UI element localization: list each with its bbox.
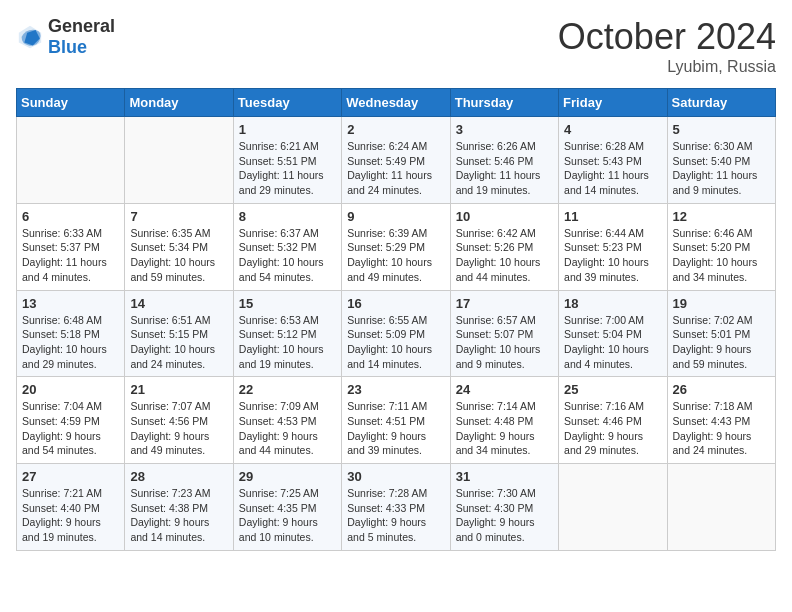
calendar-table: SundayMondayTuesdayWednesdayThursdayFrid… [16,88,776,551]
calendar-cell: 4Sunrise: 6:28 AM Sunset: 5:43 PM Daylig… [559,117,667,204]
day-info: Sunrise: 7:04 AM Sunset: 4:59 PM Dayligh… [22,400,102,456]
day-number: 7 [130,209,227,224]
day-number: 31 [456,469,553,484]
day-number: 13 [22,296,119,311]
day-info: Sunrise: 6:37 AM Sunset: 5:32 PM Dayligh… [239,227,324,283]
day-info: Sunrise: 7:00 AM Sunset: 5:04 PM Dayligh… [564,314,649,370]
day-number: 19 [673,296,770,311]
day-info: Sunrise: 7:21 AM Sunset: 4:40 PM Dayligh… [22,487,102,543]
day-info: Sunrise: 6:57 AM Sunset: 5:07 PM Dayligh… [456,314,541,370]
day-number: 1 [239,122,336,137]
day-number: 5 [673,122,770,137]
calendar-cell: 2Sunrise: 6:24 AM Sunset: 5:49 PM Daylig… [342,117,450,204]
weekday-header: Tuesday [233,89,341,117]
calendar-cell: 9Sunrise: 6:39 AM Sunset: 5:29 PM Daylig… [342,203,450,290]
day-info: Sunrise: 7:02 AM Sunset: 5:01 PM Dayligh… [673,314,753,370]
day-info: Sunrise: 6:44 AM Sunset: 5:23 PM Dayligh… [564,227,649,283]
calendar-cell: 29Sunrise: 7:25 AM Sunset: 4:35 PM Dayli… [233,464,341,551]
day-info: Sunrise: 7:07 AM Sunset: 4:56 PM Dayligh… [130,400,210,456]
day-info: Sunrise: 7:23 AM Sunset: 4:38 PM Dayligh… [130,487,210,543]
calendar-cell: 26Sunrise: 7:18 AM Sunset: 4:43 PM Dayli… [667,377,775,464]
day-number: 9 [347,209,444,224]
calendar-cell: 28Sunrise: 7:23 AM Sunset: 4:38 PM Dayli… [125,464,233,551]
day-info: Sunrise: 6:21 AM Sunset: 5:51 PM Dayligh… [239,140,324,196]
calendar-cell: 12Sunrise: 6:46 AM Sunset: 5:20 PM Dayli… [667,203,775,290]
day-number: 28 [130,469,227,484]
calendar-cell: 22Sunrise: 7:09 AM Sunset: 4:53 PM Dayli… [233,377,341,464]
day-info: Sunrise: 6:51 AM Sunset: 5:15 PM Dayligh… [130,314,215,370]
day-number: 21 [130,382,227,397]
day-number: 4 [564,122,661,137]
calendar-cell: 17Sunrise: 6:57 AM Sunset: 5:07 PM Dayli… [450,290,558,377]
calendar-cell: 14Sunrise: 6:51 AM Sunset: 5:15 PM Dayli… [125,290,233,377]
calendar-cell: 19Sunrise: 7:02 AM Sunset: 5:01 PM Dayli… [667,290,775,377]
month-title: October 2024 [558,16,776,58]
day-info: Sunrise: 7:28 AM Sunset: 4:33 PM Dayligh… [347,487,427,543]
day-number: 26 [673,382,770,397]
day-number: 23 [347,382,444,397]
day-number: 27 [22,469,119,484]
calendar-cell: 1Sunrise: 6:21 AM Sunset: 5:51 PM Daylig… [233,117,341,204]
calendar-week-row: 1Sunrise: 6:21 AM Sunset: 5:51 PM Daylig… [17,117,776,204]
day-number: 14 [130,296,227,311]
day-info: Sunrise: 6:30 AM Sunset: 5:40 PM Dayligh… [673,140,758,196]
location-title: Lyubim, Russia [558,58,776,76]
calendar-cell: 3Sunrise: 6:26 AM Sunset: 5:46 PM Daylig… [450,117,558,204]
calendar-cell [667,464,775,551]
day-number: 24 [456,382,553,397]
calendar-week-row: 6Sunrise: 6:33 AM Sunset: 5:37 PM Daylig… [17,203,776,290]
day-info: Sunrise: 6:28 AM Sunset: 5:43 PM Dayligh… [564,140,649,196]
day-number: 30 [347,469,444,484]
calendar-cell: 27Sunrise: 7:21 AM Sunset: 4:40 PM Dayli… [17,464,125,551]
calendar-cell: 18Sunrise: 7:00 AM Sunset: 5:04 PM Dayli… [559,290,667,377]
title-block: October 2024 Lyubim, Russia [558,16,776,76]
day-number: 6 [22,209,119,224]
day-info: Sunrise: 6:48 AM Sunset: 5:18 PM Dayligh… [22,314,107,370]
calendar-week-row: 27Sunrise: 7:21 AM Sunset: 4:40 PM Dayli… [17,464,776,551]
logo: General Blue [16,16,115,58]
day-info: Sunrise: 7:11 AM Sunset: 4:51 PM Dayligh… [347,400,427,456]
day-number: 17 [456,296,553,311]
calendar-cell: 31Sunrise: 7:30 AM Sunset: 4:30 PM Dayli… [450,464,558,551]
logo-text-blue: Blue [48,37,87,57]
day-info: Sunrise: 6:46 AM Sunset: 5:20 PM Dayligh… [673,227,758,283]
day-number: 8 [239,209,336,224]
day-info: Sunrise: 7:09 AM Sunset: 4:53 PM Dayligh… [239,400,319,456]
day-number: 20 [22,382,119,397]
weekday-header: Thursday [450,89,558,117]
day-number: 11 [564,209,661,224]
day-info: Sunrise: 7:25 AM Sunset: 4:35 PM Dayligh… [239,487,319,543]
weekday-header: Wednesday [342,89,450,117]
day-info: Sunrise: 7:16 AM Sunset: 4:46 PM Dayligh… [564,400,644,456]
day-info: Sunrise: 6:39 AM Sunset: 5:29 PM Dayligh… [347,227,432,283]
day-info: Sunrise: 6:55 AM Sunset: 5:09 PM Dayligh… [347,314,432,370]
calendar-cell: 23Sunrise: 7:11 AM Sunset: 4:51 PM Dayli… [342,377,450,464]
calendar-cell: 16Sunrise: 6:55 AM Sunset: 5:09 PM Dayli… [342,290,450,377]
weekday-header: Friday [559,89,667,117]
day-number: 29 [239,469,336,484]
calendar-cell: 15Sunrise: 6:53 AM Sunset: 5:12 PM Dayli… [233,290,341,377]
logo-text-general: General [48,16,115,36]
day-info: Sunrise: 7:14 AM Sunset: 4:48 PM Dayligh… [456,400,536,456]
day-info: Sunrise: 7:30 AM Sunset: 4:30 PM Dayligh… [456,487,536,543]
calendar-cell: 13Sunrise: 6:48 AM Sunset: 5:18 PM Dayli… [17,290,125,377]
logo-text-block: General Blue [48,16,115,58]
day-number: 3 [456,122,553,137]
day-info: Sunrise: 6:42 AM Sunset: 5:26 PM Dayligh… [456,227,541,283]
calendar-cell [125,117,233,204]
day-number: 10 [456,209,553,224]
day-number: 18 [564,296,661,311]
calendar-cell: 11Sunrise: 6:44 AM Sunset: 5:23 PM Dayli… [559,203,667,290]
day-number: 15 [239,296,336,311]
calendar-cell: 21Sunrise: 7:07 AM Sunset: 4:56 PM Dayli… [125,377,233,464]
calendar-cell: 30Sunrise: 7:28 AM Sunset: 4:33 PM Dayli… [342,464,450,551]
logo-icon [16,23,44,51]
calendar-cell: 8Sunrise: 6:37 AM Sunset: 5:32 PM Daylig… [233,203,341,290]
calendar-cell: 24Sunrise: 7:14 AM Sunset: 4:48 PM Dayli… [450,377,558,464]
calendar-cell: 10Sunrise: 6:42 AM Sunset: 5:26 PM Dayli… [450,203,558,290]
calendar-cell: 25Sunrise: 7:16 AM Sunset: 4:46 PM Dayli… [559,377,667,464]
day-info: Sunrise: 6:35 AM Sunset: 5:34 PM Dayligh… [130,227,215,283]
day-info: Sunrise: 7:18 AM Sunset: 4:43 PM Dayligh… [673,400,753,456]
day-number: 22 [239,382,336,397]
weekday-header: Sunday [17,89,125,117]
